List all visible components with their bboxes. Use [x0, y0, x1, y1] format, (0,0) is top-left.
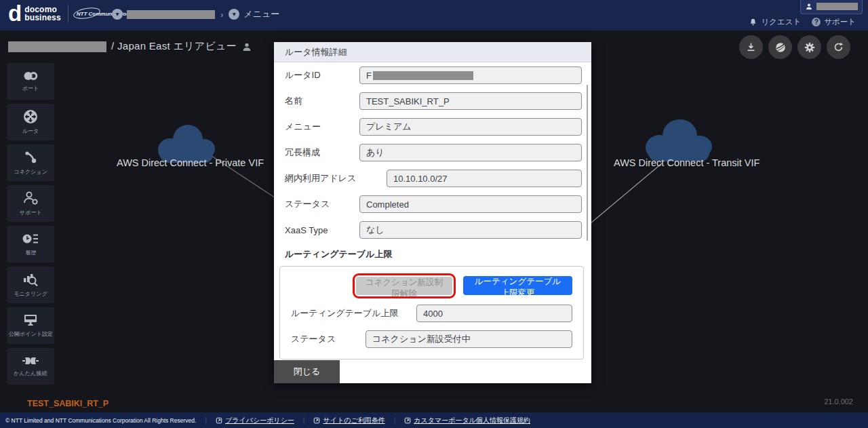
breadcrumb-separator: ›: [220, 9, 223, 20]
workspace-selector-dropdown[interactable]: ▾: [112, 9, 215, 20]
router-id-redacted: [373, 71, 473, 80]
connection-icon: [22, 149, 39, 166]
area-view-label: / Japan East エリアビュー: [111, 40, 237, 53]
request-link[interactable]: リクエスト: [749, 17, 801, 27]
monitoring-chart-magnifier-icon: [22, 271, 39, 288]
sidebar-item-router[interactable]: ルータ: [7, 104, 54, 140]
refresh-button[interactable]: [827, 35, 850, 59]
globe-icon: [774, 41, 787, 54]
name-field[interactable]: TEST_SABIKI_RT_P: [359, 92, 582, 110]
change-limit-button[interactable]: ルーティングテーブル上限変更: [463, 276, 572, 295]
routing-table-panel: コネクション新設制限解除 ルーティングテーブル上限変更 ルーティングテーブル上限…: [279, 266, 584, 359]
routing-table-section-title: ルーティングテーブル上限: [285, 248, 582, 260]
status-label: ステータス: [285, 198, 359, 210]
routing-limit-field[interactable]: 4000: [416, 305, 572, 322]
close-button[interactable]: 閉じる: [274, 360, 340, 383]
router-detail-modal: ルータ情報詳細 ルータID F 名前 TEST_SABIKI_RT_P メニュー…: [274, 42, 591, 383]
sidebar-item-easy-connect[interactable]: かんたん接続: [7, 348, 54, 385]
gear-icon: [804, 41, 816, 54]
network-address-field[interactable]: 10.10.10.0/27: [387, 170, 582, 187]
version-label: 21.0.002: [824, 397, 853, 406]
left-sidebar: ポート ルータ コネクション: [7, 63, 54, 385]
support-person-gear-icon: [22, 190, 39, 206]
cloud-label-transit-vif: AWS Direct Connect - Transit VIF: [614, 157, 760, 168]
status-field[interactable]: Completed: [359, 195, 582, 213]
support-link[interactable]: ? サポート: [812, 17, 856, 27]
network-address-label: 網内利用アドレス: [285, 172, 387, 184]
cloud-label-private-vif: AWS Direct Connect - Private VIF: [117, 157, 264, 168]
plug-connect-icon: [21, 355, 40, 367]
router-icon: [22, 109, 39, 125]
sidebar-item-support[interactable]: サポート: [7, 185, 54, 222]
modal-scrollbar-thumb[interactable]: [587, 85, 588, 241]
top-header-bar: d docomo business NTT Communications ▾ ›…: [0, 0, 868, 31]
xaas-type-label: XaaS Type: [285, 225, 359, 235]
external-link-icon: [216, 417, 222, 424]
footer-divider: |: [205, 416, 207, 424]
monitor-icon: [22, 313, 39, 328]
person-icon: [241, 41, 252, 52]
menu-dropdown[interactable]: ▾ メニュー: [229, 8, 279, 20]
docomo-d-glyph: d: [8, 3, 22, 24]
workspace-name-redacted: [127, 10, 215, 19]
external-link-icon: [313, 417, 320, 424]
history-clock-icon: [22, 231, 39, 246]
redundancy-field[interactable]: あり: [359, 144, 582, 161]
brand-line-2: business: [24, 14, 61, 22]
routing-limit-label: ルーティングテーブル上限: [291, 307, 416, 319]
sidebar-item-monitoring[interactable]: モニタリング: [7, 267, 54, 303]
sidebar-item-public-point[interactable]: 公開ポイント設定: [7, 307, 54, 344]
breadcrumb: / Japan East エリアビュー: [8, 40, 252, 53]
sidebar-item-port[interactable]: ポート: [7, 63, 54, 100]
menu-label: メニュー: [285, 121, 359, 133]
copyright-text: © NTT Limited and NTT Communications Cor…: [5, 417, 196, 424]
selected-node-label: TEST_SABIKI_RT_P: [27, 399, 108, 408]
tenant-name-redacted: [8, 41, 106, 52]
privacy-policy-link[interactable]: プライバシーポリシー: [216, 416, 294, 425]
refresh-icon: [833, 41, 844, 53]
port-icon: [22, 70, 39, 82]
chevron-down-icon: ▾: [229, 9, 239, 20]
ntt-swoosh-ellipse: [73, 6, 101, 21]
name-label: 名前: [285, 95, 359, 107]
download-icon: [745, 41, 757, 53]
routing-status-label: ステータス: [291, 333, 366, 345]
user-name-redacted: [816, 3, 858, 10]
sidebar-item-connection[interactable]: コネクション: [7, 144, 54, 181]
redundancy-label: 冗長構成: [285, 147, 359, 159]
terms-of-use-link[interactable]: サイトのご利用条件: [313, 416, 384, 425]
download-button[interactable]: [739, 35, 763, 59]
modal-title: ルータ情報詳細: [274, 42, 591, 62]
globe-button[interactable]: [768, 35, 792, 59]
external-link-icon: [404, 417, 411, 424]
footer-divider: |: [394, 416, 396, 424]
sidebar-item-history[interactable]: 履歴: [7, 226, 54, 262]
cloud-node-transit-vif[interactable]: [646, 119, 712, 161]
app-root: AWS Direct Connect - Private VIF AWS Dir…: [0, 0, 868, 428]
xaas-type-field[interactable]: なし: [359, 221, 582, 239]
footer-bar: © NTT Limited and NTT Communications Cor…: [0, 412, 868, 428]
user-icon: [805, 2, 813, 11]
router-id-label: ルータID: [285, 69, 359, 81]
bell-icon: [749, 18, 757, 26]
footer-divider: |: [303, 416, 305, 424]
question-icon: ?: [812, 18, 821, 26]
chevron-down-icon: ▾: [112, 9, 123, 20]
routing-status-field[interactable]: コネクション新設受付中: [366, 330, 572, 348]
settings-button[interactable]: [797, 35, 821, 59]
user-account-chip[interactable]: [800, 0, 863, 14]
release-restriction-button[interactable]: コネクション新設制限解除: [356, 277, 452, 295]
menu-field[interactable]: プレミアム: [359, 118, 582, 136]
personal-info-policy-link[interactable]: カスタマーポータル個人情報保護規約: [404, 416, 530, 425]
logo-divider: [68, 5, 68, 22]
router-id-field[interactable]: F: [359, 66, 582, 84]
